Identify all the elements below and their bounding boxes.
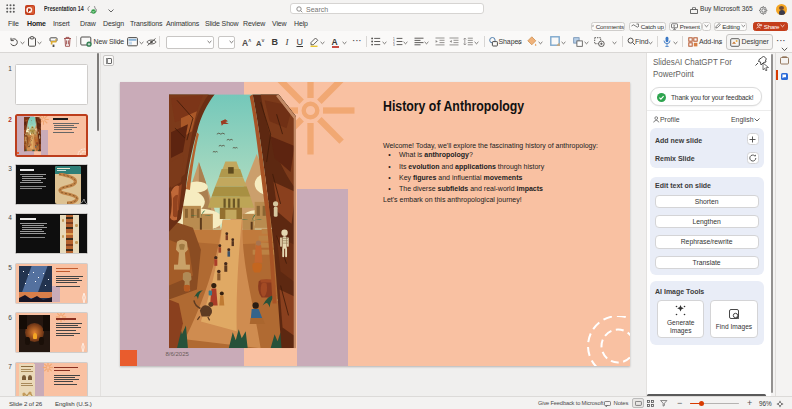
svg-text:3: 3 (393, 43, 395, 46)
